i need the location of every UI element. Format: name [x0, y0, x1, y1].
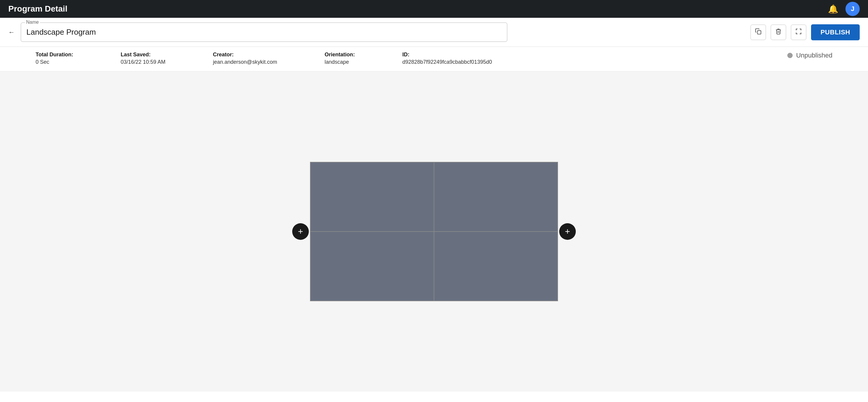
meta-orientation: Orientation: landscape — [324, 52, 355, 65]
status-group: Unpublished — [787, 52, 832, 59]
creator-value: jean.anderson@skykit.com — [213, 59, 277, 65]
meta-bar: Total Duration: 0 Sec Last Saved: 03/16/… — [0, 47, 868, 71]
bell-icon[interactable]: 🔔 — [828, 4, 838, 14]
screen-cell-bottom-left[interactable] — [310, 232, 434, 301]
status-dot — [787, 53, 793, 58]
back-button[interactable]: ← — [8, 29, 15, 36]
fullscreen-icon — [795, 28, 802, 36]
add-slide-left-button[interactable]: + — [292, 223, 309, 240]
toolbar: ← Name — [0, 18, 868, 47]
meta-last-saved: Last Saved: 03/16/22 10:59 AM — [121, 52, 165, 65]
total-duration-value: 0 Sec — [36, 59, 73, 65]
program-canvas: + + — [310, 162, 558, 301]
add-slide-right-button[interactable]: + — [559, 223, 576, 240]
name-input[interactable] — [21, 23, 507, 42]
publish-button[interactable]: PUBLISH — [811, 24, 860, 40]
delete-button[interactable] — [771, 25, 786, 40]
creator-label: Creator: — [213, 52, 277, 58]
id-label: ID: — [402, 52, 492, 58]
screen-cell-bottom-right[interactable] — [434, 232, 558, 301]
fullscreen-button[interactable] — [791, 25, 806, 40]
orientation-value: landscape — [324, 59, 355, 65]
copy-button[interactable] — [750, 25, 766, 40]
header-right: 🔔 J — [828, 2, 860, 16]
status-badge: Unpublished — [796, 52, 832, 59]
page-title: Program Detail — [8, 4, 67, 14]
meta-id: ID: d92828b7f92249fca9cbabbcf01395d0 — [402, 52, 492, 65]
svg-rect-0 — [757, 31, 761, 34]
screen-cell-top-left[interactable] — [310, 162, 434, 232]
delete-icon — [775, 28, 782, 36]
name-field-label: Name — [25, 20, 40, 25]
header-bar: Program Detail 🔔 J — [0, 0, 868, 18]
meta-total-duration: Total Duration: 0 Sec — [36, 52, 73, 65]
name-field-wrapper: Name — [21, 23, 507, 42]
avatar[interactable]: J — [845, 2, 860, 16]
screen-grid — [310, 162, 558, 301]
toolbar-actions: PUBLISH — [750, 24, 860, 40]
last-saved-value: 03/16/22 10:59 AM — [121, 59, 165, 65]
meta-creator: Creator: jean.anderson@skykit.com — [213, 52, 277, 65]
last-saved-label: Last Saved: — [121, 52, 165, 58]
id-value: d92828b7f92249fca9cbabbcf01395d0 — [402, 59, 492, 65]
canvas-area: + + — [0, 71, 868, 392]
screen-cell-top-right[interactable] — [434, 162, 558, 232]
copy-icon — [755, 28, 762, 36]
total-duration-label: Total Duration: — [36, 52, 73, 58]
orientation-label: Orientation: — [324, 52, 355, 58]
